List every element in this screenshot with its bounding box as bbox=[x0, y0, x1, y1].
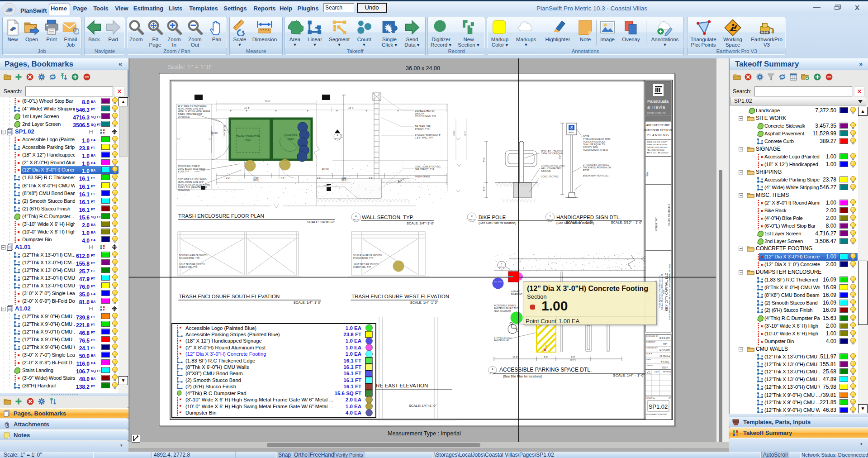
svg-text:DUMPSTER: DUMPSTER bbox=[284, 134, 297, 137]
svg-text:16.1 FT: 16.1 FT bbox=[343, 358, 361, 363]
svg-text:E.P./A.M.H.: E.P./A.M.H. bbox=[659, 337, 670, 339]
svg-text:SMOOTH: SMOOTH bbox=[415, 113, 425, 115]
svg-text:POST.: POST. bbox=[583, 169, 589, 172]
svg-text:BIKE POLE: BIKE POLE bbox=[479, 215, 506, 220]
svg-text:OVER 8" CBL. TYP.: OVER 8" CBL. TYP. bbox=[179, 266, 198, 268]
svg-text:23.8 FT: 23.8 FT bbox=[343, 332, 361, 337]
svg-text:SHALL BE EQUAL TO: SHALL BE EQUAL TO bbox=[583, 143, 605, 146]
svg-text:1.0 EA: 1.0 EA bbox=[346, 345, 361, 350]
svg-text:2021-7: 2021-7 bbox=[662, 367, 669, 369]
svg-text:& Hevia: & Hevia bbox=[647, 105, 665, 110]
svg-text:SCALE: 3/4"=1'-0": SCALE: 3/4"=1'-0" bbox=[407, 221, 435, 225]
svg-text:7'-0": 7'-0" bbox=[559, 155, 561, 159]
svg-text:MIAMI, FLORIDA 33186: MIAMI, FLORIDA 33186 bbox=[647, 143, 668, 146]
svg-text:TRASH ENCLOSURE SOUTH ELEVATIO: TRASH ENCLOSURE SOUTH ELEVATION bbox=[179, 294, 280, 299]
svg-text:16.1 FT: 16.1 FT bbox=[343, 364, 361, 370]
svg-text:STUCCO FINISH OVER 8": STUCCO FINISH OVER 8" bbox=[415, 134, 441, 136]
svg-text:GROUND.: GROUND. bbox=[541, 170, 551, 172]
svg-text:INTERIOR DESIGN: INTERIOR DESIGN bbox=[645, 129, 672, 132]
svg-text:CONSULTANT: CONSULTANT bbox=[655, 217, 658, 231]
svg-text:WALL SECTION. TYP.: WALL SECTION. TYP. bbox=[362, 215, 414, 220]
svg-text:STUCCO BAND, TYP.: STUCCO BAND, TYP. bbox=[353, 257, 374, 259]
svg-text:NOTE:: NOTE: bbox=[583, 135, 590, 138]
svg-text:DESIGNED BY:: DESIGNED BY: bbox=[646, 335, 659, 337]
svg-text:SCALE: 1/4" = 1'-0": SCALE: 1/4" = 1'-0" bbox=[613, 373, 645, 377]
svg-text:BREAKAWAY PER R 18.1: BREAKAWAY PER R 18.1 bbox=[583, 175, 609, 177]
svg-text:TRASH ENCLOSURE FLOOR PLAN: TRASH ENCLOSURE FLOOR PLAN bbox=[178, 213, 264, 219]
svg-text:SP1.02: SP1.02 bbox=[353, 219, 359, 221]
svg-text:SCALE: 1/4"=1'-0": SCALE: 1/4"=1'-0" bbox=[307, 220, 335, 224]
svg-text:6'-0": 6'-0" bbox=[340, 134, 343, 138]
svg-text:AREA: AREA bbox=[245, 138, 251, 141]
svg-text:(3'-10" Wide X 6' H) High Swin: (3'-10" Wide X 6' H) High Swing Metal Fr… bbox=[185, 397, 333, 402]
svg-text:Scale: 1" = 1' 0": Scale: 1" = 1' 0" bbox=[168, 63, 213, 71]
svg-text:(8"Thk X 6'-0"H) CMU Walls: (8"Thk X 6'-0"H) CMU Walls bbox=[185, 364, 249, 370]
svg-text:CHECKED BY:: CHECKED BY: bbox=[646, 347, 658, 349]
svg-text:FLUSH: FLUSH bbox=[322, 168, 329, 171]
svg-text:FEET IN LENGTH: FEET IN LENGTH bbox=[494, 310, 511, 312]
svg-text:SP1.02: SP1.02 bbox=[547, 219, 553, 221]
svg-text:12'-6": 12'-6" bbox=[512, 356, 518, 358]
svg-text:CONC. BLOCK WALL INSIDE: CONC. BLOCK WALL INSIDE bbox=[178, 168, 206, 170]
svg-text:PAVEMENT: PAVEMENT bbox=[511, 293, 522, 296]
svg-text:1.0 EA: 1.0 EA bbox=[346, 351, 361, 357]
svg-text:TUBES, TYP. (PROVIDE SHOP: TUBES, TYP. (PROVIDE SHOP bbox=[178, 186, 207, 189]
svg-text:2" ROUND BY .154 (WALL: 2" ROUND BY .154 (WALL bbox=[583, 164, 609, 166]
svg-text:CULEMO PALENZUELA: CULEMO PALENZUELA bbox=[668, 204, 670, 226]
svg-text:(2) Smooth Stucco Band: (2) Smooth Stucco Band bbox=[185, 377, 241, 383]
svg-text:16.1 FT: 16.1 FT bbox=[343, 371, 361, 376]
svg-text:1.0 EA: 1.0 EA bbox=[346, 325, 361, 331]
svg-text:LIGHT TEXTURE STUCCO: LIGHT TEXTURE STUCCO bbox=[353, 263, 379, 266]
svg-text:SHEET No.:: SHEET No.: bbox=[646, 397, 656, 399]
svg-text:1.0 EA: 1.0 EA bbox=[346, 338, 361, 344]
svg-text:STUCCO BAND, TYP.: STUCCO BAND, TYP. bbox=[415, 115, 436, 118]
svg-text:SP1.02: SP1.02 bbox=[469, 219, 475, 221]
svg-text:11'-4": 11'-4" bbox=[464, 130, 466, 136]
svg-text:TIE BEAM, SEE: TIE BEAM, SEE bbox=[415, 125, 431, 128]
svg-text:ACCESSIBLE PARKING SPACE DTL.: ACCESSIBLE PARKING SPACE DTL. bbox=[499, 367, 592, 373]
svg-text:GRAVEL ON FILT OVER: GRAVEL ON FILT OVER bbox=[541, 165, 565, 167]
svg-text:18'-0": 18'-0" bbox=[348, 106, 354, 109]
svg-text:Accessible Parking Stripes (Pa: Accessible Parking Stripes (Painted Blue… bbox=[185, 332, 280, 337]
svg-text:FOR SIGN AND POST,: FOR SIGN AND POST, bbox=[583, 141, 606, 143]
svg-text:TRASH COMPACTOR: TRASH COMPACTOR bbox=[236, 135, 260, 138]
svg-text:Measurement Type : Imperial: Measurement Type : Imperial bbox=[388, 430, 461, 437]
svg-text:ARCHITECTURE: ARCHITECTURE bbox=[646, 124, 670, 127]
svg-text:KEY CITY CAPITAL, LLC: KEY CITY CAPITAL, LLC bbox=[664, 272, 669, 311]
svg-text:4: 4 bbox=[501, 262, 503, 265]
svg-text:SCALE: 1/4"=1'-0": SCALE: 1/4"=1'-0" bbox=[410, 301, 438, 305]
svg-text:ASPHALT: ASPHALT bbox=[511, 291, 521, 293]
svg-text:STRUCT., TYP.: STRUCT., TYP. bbox=[415, 128, 430, 130]
svg-text:STUCCO BAND, TYP.: STUCCO BAND, TYP. bbox=[179, 257, 200, 259]
svg-text:& OUT, TYP.: & OUT, TYP. bbox=[178, 171, 190, 173]
svg-text:10'-0": 10'-0" bbox=[453, 130, 455, 136]
svg-text:(See Site Plan for locations): (See Site Plan for locations) bbox=[503, 375, 542, 378]
svg-text:SP1.02: SP1.02 bbox=[649, 403, 668, 410]
svg-text:10'-8": 10'-8" bbox=[244, 106, 250, 109]
svg-text:DOUBLE LAYER OF SMOOTH: DOUBLE LAYER OF SMOOTH bbox=[179, 254, 208, 257]
svg-text:12': 12' bbox=[545, 345, 547, 347]
svg-text:COUNTY SIGN: COUNTY SIGN bbox=[583, 146, 598, 148]
svg-text:1.0 EA: 1.0 EA bbox=[346, 404, 361, 409]
svg-text:DATE: DATE bbox=[655, 371, 659, 373]
svg-text:PAINTED BLUE: PAINTED BLUE bbox=[494, 339, 509, 342]
svg-text:(2) (6'H) Stucco Finish: (2) (6'H) Stucco Finish bbox=[185, 384, 236, 389]
svg-text:(See Site Plan for location): (See Site Plan for location) bbox=[556, 221, 594, 225]
svg-text:SEAL: SEAL bbox=[646, 171, 649, 177]
svg-text:PAINTED IN BLUE 3 TO 5: PAINTED IN BLUE 3 TO 5 bbox=[494, 307, 518, 310]
svg-text:(8"X8") CMU Bond Beam: (8"X8") CMU Bond Beam bbox=[185, 371, 243, 376]
svg-text:3'-10" WIDE X 6' HIGH SWING: 3'-10" WIDE X 6' HIGH SWING bbox=[178, 178, 207, 181]
svg-text:SP1.02-MP.DWG: SP1.02-MP.DWG bbox=[655, 414, 667, 415]
svg-text:HANDICAPPED SIGN DTL.: HANDICAPPED SIGN DTL. bbox=[556, 215, 621, 220]
svg-text:AS NOTED: AS NOTED bbox=[659, 355, 670, 357]
svg-text:STRIPES & LOGO: STRIPES & LOGO bbox=[494, 337, 512, 339]
svg-text:FAX: (305) 969-5002: FAX: (305) 969-5002 bbox=[647, 149, 665, 151]
svg-text:METAL SLATS ON METAL FRAME: METAL SLATS ON METAL FRAME bbox=[178, 184, 210, 186]
svg-text:36.00 x 24.00: 36.00 x 24.00 bbox=[406, 65, 440, 72]
svg-text:METAL SLATS ON METAL FRAME: METAL SLATS ON METAL FRAME bbox=[178, 110, 210, 113]
svg-text:SP: SP bbox=[669, 397, 671, 399]
svg-text:Palenzuela: Palenzuela bbox=[647, 99, 669, 104]
svg-text:15.6 SQ FT: 15.6 SQ FT bbox=[335, 391, 361, 396]
svg-text:FINISH GRADE: FINISH GRADE bbox=[415, 176, 430, 178]
svg-text:(10'-0" Wide X 6' H) High Swin: (10'-0" Wide X 6' H) High Swing Metal Fr… bbox=[185, 404, 333, 409]
